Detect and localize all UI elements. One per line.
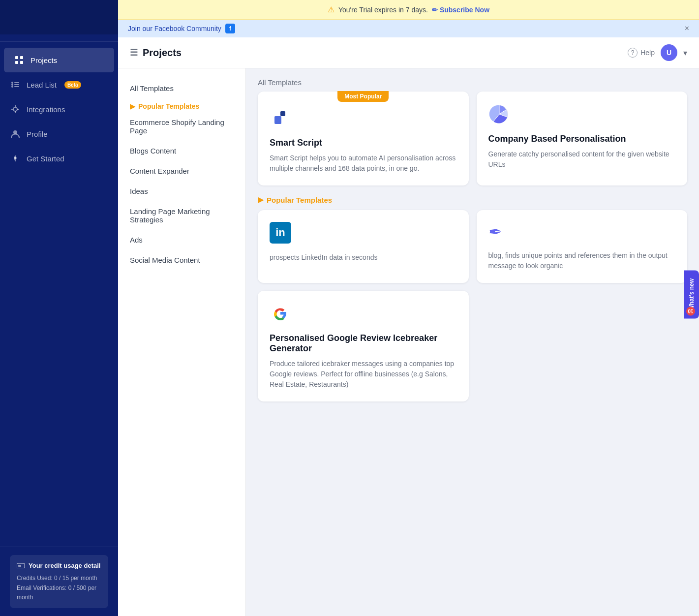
google-review-title: Personalised Google Review Icebreaker Ge… — [270, 333, 457, 354]
middle-cards-grid: in prospects LinkedIn data in seconds ✒ … — [258, 210, 687, 283]
popular-templates-section: ▶ Popular Templates — [118, 98, 245, 112]
help-button[interactable]: ? Help — [628, 48, 655, 58]
lead-list-label: Lead List — [27, 81, 57, 89]
google-review-desc: Produce tailored icebraker messages usin… — [270, 359, 457, 390]
card-feather[interactable]: ✒ blog, finds unique points and referenc… — [477, 210, 688, 283]
feather-pen-icon: ✒ — [488, 222, 512, 246]
svg-rect-18 — [274, 116, 281, 124]
subscribe-label: Subscribe Now — [440, 6, 489, 14]
credit-label: Your credit usage detail — [17, 561, 101, 571]
card-google-review[interactable]: Personalised Google Review Icebreaker Ge… — [258, 291, 469, 401]
nav: Projects Lead List Beta — [0, 42, 118, 547]
svg-rect-12 — [14, 86, 19, 87]
projects-header: ☰ Projects ? Help U ▾ — [118, 37, 699, 68]
page-title: Projects — [143, 47, 182, 59]
facebook-icon: f — [225, 24, 235, 33]
top-cards-grid: Most Popular Smart Script Smart Script h… — [258, 92, 687, 185]
header-actions: ? Help U ▾ — [628, 44, 687, 61]
card-linkedin[interactable]: in prospects LinkedIn data in seconds — [258, 210, 469, 283]
svg-rect-10 — [14, 84, 19, 85]
user-avatar[interactable]: U — [661, 44, 677, 61]
menu-item-content-expander[interactable]: Content Expander — [118, 161, 245, 181]
rocket-icon — [10, 153, 21, 164]
pie-chart-icon — [488, 103, 512, 127]
sidebar-bottom: Your credit usage detail Credits Used: 0… — [0, 547, 118, 616]
list-icon — [10, 79, 21, 90]
smart-script-icon — [270, 107, 293, 131]
sidebar: Smartwriter.ai Projects — [0, 0, 118, 616]
trial-banner: ⚠ You're Trial expires in 7 days. ✏ Subs… — [118, 0, 699, 20]
user-icon — [10, 128, 21, 139]
all-templates-label: All Templates — [258, 78, 687, 87]
projects-label: Projects — [30, 56, 57, 64]
sidebar-item-projects[interactable]: Projects — [4, 48, 114, 72]
feather-partial-desc: blog, finds unique points and references… — [488, 250, 676, 271]
popular-play-icon: ▶ — [258, 195, 264, 204]
menu-item-ideas[interactable]: Ideas — [118, 181, 245, 201]
popular-label: Popular Templates — [138, 102, 199, 110]
sidebar-item-get-started[interactable]: Get Started — [0, 146, 118, 171]
sidebar-item-integrations[interactable]: Integrations — [0, 97, 118, 122]
most-popular-badge: Most Popular — [337, 91, 389, 102]
main-content: ⚠ You're Trial expires in 7 days. ✏ Subs… — [118, 0, 699, 616]
company-personalisation-title: Company Based Personalisation — [488, 134, 676, 144]
whats-new-label: What's new — [688, 278, 695, 311]
svg-rect-6 — [20, 61, 23, 64]
help-circle-icon: ? — [628, 48, 638, 58]
close-facebook-banner[interactable]: × — [685, 24, 689, 33]
svg-point-13 — [13, 107, 17, 111]
profile-label: Profile — [27, 130, 48, 138]
linkedin-partial-desc: prospects LinkedIn data in seconds — [270, 252, 457, 263]
svg-point-7 — [11, 82, 13, 84]
svg-point-15 — [14, 157, 16, 159]
warning-icon: ⚠ — [328, 5, 334, 14]
svg-rect-17 — [18, 565, 21, 567]
sidebar-item-profile[interactable]: Profile — [0, 122, 118, 146]
facebook-text: Join our Facebook Community — [128, 25, 221, 32]
svg-rect-5 — [15, 61, 18, 64]
pen-icon: ✏ — [432, 6, 438, 14]
svg-rect-8 — [14, 82, 19, 83]
help-label: Help — [640, 49, 655, 57]
smart-script-title: Smart Script — [270, 138, 457, 148]
card-smart-script[interactable]: Most Popular Smart Script Smart Script h… — [258, 92, 469, 185]
email-verifications: Email Verifications: 0 / 500 per month — [17, 584, 101, 602]
get-started-label: Get Started — [27, 154, 64, 163]
bottom-cards-grid: Personalised Google Review Icebreaker Ge… — [258, 291, 687, 401]
sidebar-item-lead-list[interactable]: Lead List Beta — [0, 72, 118, 97]
notification-count: 10 — [686, 307, 695, 316]
credit-box[interactable]: Your credit usage detail Credits Used: 0… — [10, 555, 108, 608]
grid-icon — [14, 55, 25, 65]
menu-item-shopify[interactable]: Ecommerce Shopify Landing Page — [118, 112, 245, 141]
svg-rect-4 — [20, 56, 23, 59]
menu-item-ads[interactable]: Ads — [118, 230, 245, 250]
credits-used: Credits Used: 0 / 15 per month — [17, 574, 101, 583]
svg-point-11 — [11, 86, 13, 88]
trial-text: You're Trial expires in 7 days. — [338, 6, 428, 14]
whats-new-button[interactable]: 10 What's new — [684, 271, 699, 319]
cards-area: All Templates Most Popular Smart Script … — [246, 68, 699, 616]
plug-icon — [10, 104, 21, 115]
svg-point-9 — [11, 84, 13, 86]
svg-rect-3 — [15, 56, 18, 59]
card-company-personalisation[interactable]: Company Based Personalisation Generate c… — [477, 92, 688, 185]
popular-section-label: ▶ Popular Templates — [258, 195, 687, 210]
google-icon — [270, 303, 293, 326]
menu-item-social-media[interactable]: Social Media Content — [118, 250, 245, 270]
menu-item-all-templates[interactable]: All Templates — [118, 78, 245, 98]
linkedin-icon: in — [270, 222, 293, 246]
subscribe-now-link[interactable]: ✏ Subscribe Now — [432, 6, 489, 14]
menu-item-blogs[interactable]: Blogs Content — [118, 141, 245, 161]
facebook-banner: Join our Facebook Community f × — [118, 20, 699, 37]
avatar-dropdown-icon[interactable]: ▾ — [683, 48, 687, 58]
company-personalisation-desc: Generate catchy personalised content for… — [488, 149, 676, 170]
content-area: All Templates ▶ Popular Templates Ecomme… — [118, 68, 699, 616]
whats-new-wrapper: 10 What's new — [684, 271, 699, 319]
menu-toggle-icon[interactable]: ☰ — [130, 47, 138, 58]
smart-script-desc: Smart Script helps you to automate AI pe… — [270, 153, 457, 174]
menu-item-landing-page[interactable]: Landing Page Marketing Strategies — [118, 201, 245, 230]
svg-rect-19 — [280, 111, 285, 116]
projects-title-area: ☰ Projects — [130, 47, 182, 59]
beta-badge: Beta — [64, 81, 81, 89]
popular-templates-label: Popular Templates — [267, 196, 332, 204]
